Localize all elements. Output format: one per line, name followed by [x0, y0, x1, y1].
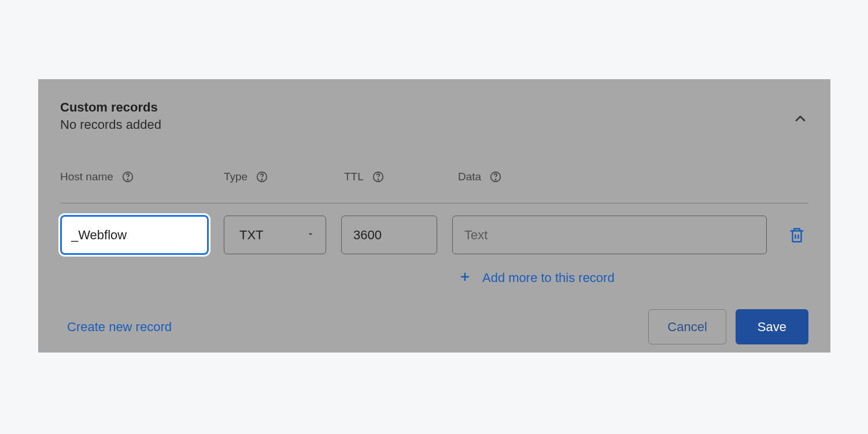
custom-records-panel: Custom records No records added Host nam…	[38, 79, 830, 353]
help-icon[interactable]	[489, 170, 502, 183]
panel-header: Custom records No records added	[60, 100, 808, 132]
help-icon[interactable]	[256, 170, 268, 183]
panel-subtitle: No records added	[60, 117, 161, 132]
chevron-up-icon[interactable]	[792, 110, 808, 129]
svg-point-7	[495, 179, 496, 180]
delete-icon[interactable]	[785, 227, 808, 244]
record-row: TXT	[60, 215, 808, 255]
help-icon[interactable]	[372, 170, 385, 183]
type-select[interactable]: TXT	[224, 216, 326, 254]
create-new-record-button[interactable]: Create new record	[67, 320, 172, 335]
add-more-label: Add more to this record	[482, 270, 615, 285]
svg-point-1	[127, 179, 128, 180]
footer-buttons: Cancel Save	[648, 309, 808, 344]
cancel-button[interactable]: Cancel	[648, 309, 726, 344]
add-more-button[interactable]: Add more to this record	[458, 270, 808, 286]
ttl-input[interactable]	[341, 216, 437, 254]
column-label: Type	[224, 170, 248, 183]
footer-row: Create new record Cancel Save	[60, 309, 808, 344]
dropdown-icon	[306, 229, 315, 241]
column-label: Data	[458, 170, 481, 183]
column-label: TTL	[344, 170, 364, 183]
svg-point-5	[378, 179, 378, 180]
help-icon[interactable]	[121, 170, 134, 183]
column-header-data: Data	[458, 170, 808, 183]
svg-point-3	[261, 179, 262, 180]
save-button[interactable]: Save	[736, 309, 808, 344]
column-headers: Host name Type TTL Data	[60, 170, 808, 183]
column-label: Host name	[60, 170, 113, 183]
divider	[60, 203, 808, 203]
type-select-value: TXT	[239, 228, 264, 243]
panel-titles: Custom records No records added	[60, 100, 161, 132]
panel-title: Custom records	[60, 100, 161, 115]
plus-icon	[458, 270, 472, 286]
hostname-input[interactable]	[60, 215, 209, 255]
data-input[interactable]	[452, 216, 767, 254]
column-header-hostname: Host name	[60, 170, 224, 183]
column-header-type: Type	[224, 170, 344, 183]
column-header-ttl: TTL	[344, 170, 458, 183]
